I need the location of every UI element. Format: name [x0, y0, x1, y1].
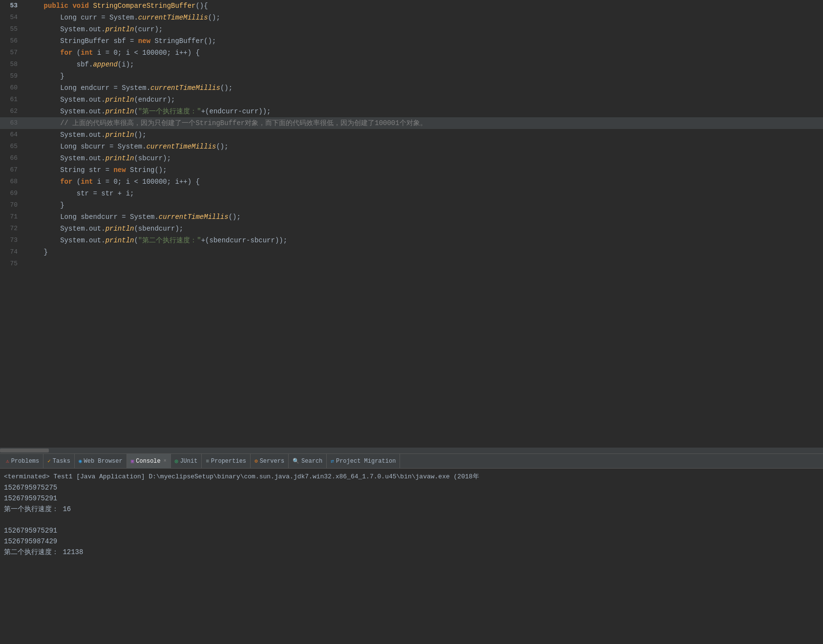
line-number: 75 [0, 258, 23, 270]
code-line-54: 54 Long curr = System.currentTimeMillis(… [0, 12, 823, 23]
line-number: 74 [0, 246, 23, 258]
code-line-61: 61 System.out.println(endcurr); [0, 94, 823, 106]
code-line-68: 68 for (int i = 0; i < 100000; i++) { [0, 176, 823, 188]
line-number: 67 [0, 164, 23, 176]
line-content: System.out.println(curr); [23, 23, 813, 35]
tab-label-junit: JUnit [180, 458, 197, 465]
console-output-line-6: 第二个执行速度： 12138 [4, 547, 819, 558]
scroll-thumb[interactable] [0, 449, 49, 452]
problems-icon: ⚠ [6, 458, 9, 464]
code-line-67: 67 String str = new String(); [0, 164, 823, 176]
line-content: sbf.append(i); [23, 59, 813, 70]
line-content: } [23, 70, 813, 82]
console-icon: ▣ [131, 458, 134, 464]
tasks-icon: ✓ [47, 458, 51, 464]
line-number: 63 [0, 117, 23, 129]
code-line-70: 70 } [0, 199, 823, 211]
line-number: 69 [0, 188, 23, 199]
line-number: 61 [0, 94, 23, 106]
line-number: 64 [0, 129, 23, 141]
line-number: 70 [0, 199, 23, 211]
code-line-55: 55 System.out.println(curr); [0, 23, 823, 35]
code-lines: 53 public void StringCompareStringBuffer… [0, 0, 823, 448]
line-number: 66 [0, 152, 23, 164]
tab-label-migration: Project Migration [336, 458, 396, 465]
code-line-75: 75 [0, 258, 823, 270]
code-line-74: 74 } [0, 246, 823, 258]
console-output-line-1: 1526795975291 [4, 493, 819, 504]
line-content: System.out.println("第一个执行速度："+(endcurr-c… [23, 106, 813, 117]
line-content: String str = new String(); [23, 164, 813, 176]
tab-label-servers: Servers [260, 458, 284, 465]
line-content: // 上面的代码效率很高，因为只创建了一个StringBuffer对象，而下面的… [23, 117, 813, 129]
line-content: public void StringCompareStringBuffer(){ [23, 0, 813, 12]
line-number: 68 [0, 176, 23, 188]
code-line-57: 57 for (int i = 0; i < 100000; i++) { [0, 47, 823, 59]
console-area: <terminated> Test1 [Java Application] D:… [0, 469, 823, 644]
console-output-line-2: 第一个执行速度： 16 [4, 504, 819, 515]
line-content: System.out.println(endcurr); [23, 94, 813, 106]
line-number: 54 [0, 12, 23, 23]
line-content: System.out.println("第二个执行速度："+(sbendcurr… [23, 235, 813, 246]
console-output-line-0: 1526795975275 [4, 482, 819, 493]
tab-webbrowser[interactable]: ◉Web Browser [75, 454, 127, 469]
line-content: Long endcurr = System.currentTimeMillis(… [23, 82, 813, 94]
line-content: StringBuffer sbf = new StringBuffer(); [23, 35, 813, 47]
code-line-66: 66 System.out.println(sbcurr); [0, 152, 823, 164]
scroll-track[interactable] [0, 449, 823, 452]
code-line-62: 62 System.out.println("第一个执行速度："+(endcur… [0, 106, 823, 117]
tab-label-properties: Properties [211, 458, 246, 465]
line-content: System.out.println(); [23, 129, 813, 141]
tab-label-search: Search [301, 458, 322, 465]
properties-icon: ≡ [206, 458, 209, 464]
tab-label-problems: Problems [11, 458, 40, 465]
code-line-59: 59 } [0, 70, 823, 82]
line-number: 62 [0, 106, 23, 117]
code-editor: 53 public void StringCompareStringBuffer… [0, 0, 823, 453]
line-number: 73 [0, 235, 23, 246]
console-output-line-3 [4, 515, 819, 525]
line-content: Long sbendcurr = System.currentTimeMilli… [23, 211, 813, 223]
line-content: for (int i = 0; i < 100000; i++) { [23, 47, 813, 59]
line-content: System.out.println(sbcurr); [23, 152, 813, 164]
console-output-line-4: 1526795975291 [4, 525, 819, 536]
tab-migration[interactable]: ⇄Project Migration [327, 454, 400, 469]
tab-tasks[interactable]: ✓Tasks [43, 454, 75, 469]
tab-close-console[interactable]: × [164, 458, 167, 464]
code-line-63: 63 // 上面的代码效率很高，因为只创建了一个StringBuffer对象，而… [0, 117, 823, 129]
junit-icon: ◎ [175, 458, 178, 464]
line-number: 56 [0, 35, 23, 47]
line-content: for (int i = 0; i < 100000; i++) { [23, 176, 813, 188]
code-line-72: 72 System.out.println(sbendcurr); [0, 223, 823, 235]
tab-properties[interactable]: ≡Properties [202, 454, 251, 469]
horizontal-scrollbar[interactable] [0, 448, 823, 453]
code-line-69: 69 str = str + i; [0, 188, 823, 199]
code-line-53: 53 public void StringCompareStringBuffer… [0, 0, 823, 12]
tab-junit[interactable]: ◎JUnit [171, 454, 202, 469]
webbrowser-icon: ◉ [79, 458, 82, 464]
line-number: 55 [0, 23, 23, 35]
line-content: } [23, 199, 813, 211]
code-line-71: 71 Long sbendcurr = System.currentTimeMi… [0, 211, 823, 223]
tab-servers[interactable]: ⚙Servers [251, 454, 289, 469]
line-number: 53 [0, 0, 23, 12]
line-number: 72 [0, 223, 23, 235]
line-number: 65 [0, 141, 23, 152]
search-icon: 🔍 [293, 458, 299, 464]
code-line-58: 58 sbf.append(i); [0, 59, 823, 70]
tab-label-webbrowser: Web Browser [84, 458, 123, 465]
line-number: 59 [0, 70, 23, 82]
tab-console[interactable]: ▣Console× [127, 454, 171, 469]
migration-icon: ⇄ [331, 458, 334, 464]
line-number: 60 [0, 82, 23, 94]
console-terminated-line: <terminated> Test1 [Java Application] D:… [4, 472, 819, 482]
console-output-line-5: 1526795987429 [4, 536, 819, 547]
line-content: str = str + i; [23, 188, 813, 199]
line-content: Long curr = System.currentTimeMillis(); [23, 12, 813, 23]
tab-problems[interactable]: ⚠Problems [2, 454, 43, 469]
code-line-60: 60 Long endcurr = System.currentTimeMill… [0, 82, 823, 94]
tab-bar: ⚠Problems✓Tasks◉Web Browser▣Console×◎JUn… [0, 454, 823, 469]
line-number: 58 [0, 59, 23, 70]
line-number: 71 [0, 211, 23, 223]
tab-search[interactable]: 🔍Search [289, 454, 327, 469]
